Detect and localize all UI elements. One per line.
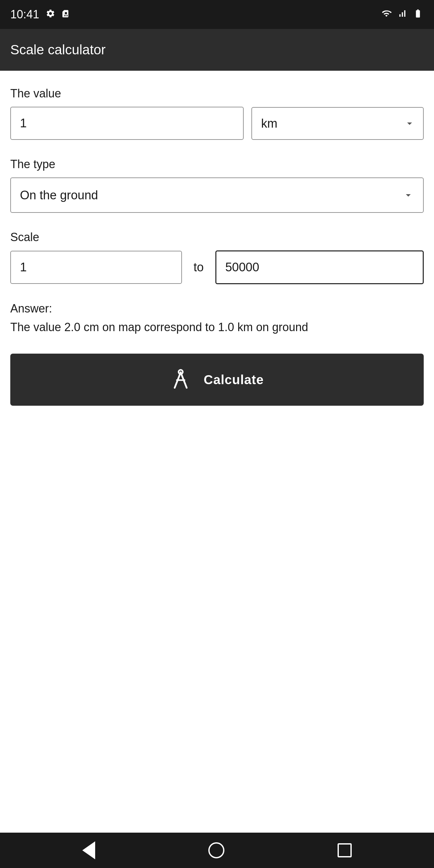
answer-section: Answer: The value 2.0 cm on map correspo… — [10, 302, 424, 336]
value-row: km m cm mm mi ft in — [10, 107, 424, 140]
scale-to-label: to — [190, 260, 208, 274]
main-content: The value km m cm mm mi ft in The type O… — [0, 71, 434, 627]
app-bar: Scale calculator — [0, 29, 434, 71]
compass-icon — [170, 368, 191, 391]
nav-back-button[interactable] — [77, 836, 100, 865]
recent-icon — [338, 843, 352, 858]
signal-icon — [397, 9, 407, 21]
calculate-button[interactable]: Calculate — [10, 353, 424, 406]
status-time: 10:41 — [10, 8, 39, 21]
back-icon — [82, 841, 95, 859]
sim-icon — [62, 9, 70, 21]
scale-input-left[interactable] — [10, 251, 182, 284]
answer-text: The value 2.0 cm on map correspond to 1.… — [10, 318, 424, 336]
content-spacer — [0, 627, 434, 833]
scale-label: Scale — [10, 230, 424, 244]
type-select[interactable]: On the ground On the map — [10, 178, 424, 213]
battery-icon — [412, 9, 424, 21]
wifi-icon — [381, 9, 392, 21]
app-bar-title: Scale calculator — [10, 42, 105, 58]
home-icon — [208, 842, 224, 858]
nav-recent-button[interactable] — [333, 838, 357, 863]
status-bar: 10:41 — [0, 0, 434, 29]
unit-select[interactable]: km m cm mm mi ft in — [251, 107, 424, 140]
calculate-button-label: Calculate — [204, 373, 264, 387]
answer-label: Answer: — [10, 302, 424, 315]
scale-input-right[interactable] — [215, 250, 424, 284]
status-right — [381, 9, 424, 21]
bottom-nav — [0, 833, 434, 868]
type-label: The type — [10, 157, 424, 171]
scale-field-group: Scale to — [10, 230, 424, 284]
settings-icon — [45, 9, 55, 21]
nav-home-button[interactable] — [203, 837, 229, 864]
value-field-group: The value km m cm mm mi ft in — [10, 87, 424, 140]
scale-row: to — [10, 250, 424, 284]
status-left: 10:41 — [10, 8, 70, 21]
value-input[interactable] — [10, 107, 244, 140]
value-label: The value — [10, 87, 424, 100]
type-field-group: The type On the ground On the map — [10, 157, 424, 213]
